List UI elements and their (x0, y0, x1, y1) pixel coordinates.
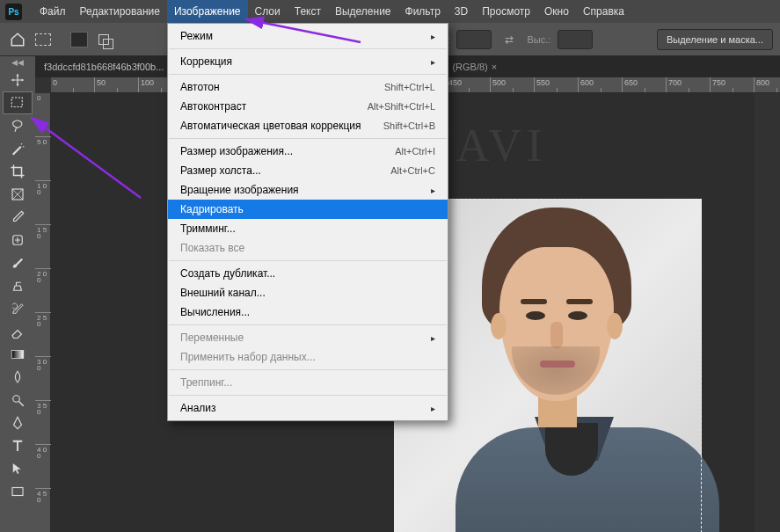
left-toolbar: ◀◀ (0, 56, 35, 532)
toolbar-toggle-icon[interactable]: ◀◀ (11, 58, 24, 67)
marquee-indicator-icon (35, 33, 51, 46)
menu-окно[interactable]: Окно (537, 0, 576, 23)
select-and-mask-button[interactable]: Выделение и маска... (657, 29, 773, 50)
dodge-tool[interactable] (3, 389, 33, 412)
menu-текст[interactable]: Текст (288, 0, 328, 23)
menu-item-применить-набор-данных-: Применить набор данных... (168, 347, 448, 367)
svg-rect-7 (12, 488, 23, 496)
add-selection-icon[interactable] (95, 32, 113, 47)
menu-item-вычисления-[interactable]: Вычисления... (168, 302, 448, 322)
width-input[interactable] (456, 30, 492, 49)
eraser-tool[interactable] (3, 320, 33, 343)
menu-item-режим[interactable]: Режим (168, 26, 448, 46)
subtract-selection-icon[interactable] (120, 29, 137, 50)
menu-item-коррекция[interactable]: Коррекция (168, 52, 448, 71)
menu-item-треппинг-: Треппинг... (168, 373, 448, 392)
menu-item-тримминг-[interactable]: Тримминг... (168, 219, 448, 238)
svg-point-6 (13, 396, 20, 403)
height-label: Выс.: (527, 34, 550, 45)
menu-item-анализ[interactable]: Анализ (168, 398, 448, 418)
history-brush-tool[interactable] (3, 297, 33, 320)
menu-item-создать-дубликат-[interactable]: Создать дубликат... (168, 264, 448, 283)
swap-icon[interactable]: ⇄ (499, 29, 520, 50)
menu-файл[interactable]: Файл (33, 0, 73, 23)
menu-item-автоматическая-цветовая-коррекция[interactable]: Автоматическая цветовая коррекцияShift+C… (168, 116, 448, 135)
menu-выделение[interactable]: Выделение (328, 0, 398, 23)
crop-tool[interactable] (3, 160, 33, 183)
svg-point-1 (21, 143, 23, 145)
path-selection-tool[interactable] (3, 457, 33, 480)
lasso-tool[interactable] (3, 114, 33, 137)
document-tab[interactable]: f3ddccfd81b668f46b3f00b... (37, 62, 171, 72)
menu-фильтр[interactable]: Фильтр (398, 0, 448, 23)
magic-wand-tool[interactable] (3, 137, 33, 160)
menu-item-автоконтраст[interactable]: АвтоконтрастAlt+Shift+Ctrl+L (168, 97, 448, 116)
menu-item-внешний-канал-[interactable]: Внешний канал... (168, 283, 448, 302)
menu-item-размер-холста-[interactable]: Размер холста...Alt+Ctrl+C (168, 161, 448, 180)
gradient-tool[interactable] (3, 343, 33, 366)
menu-3d[interactable]: 3D (448, 0, 475, 23)
app-logo-text: Ps (8, 7, 18, 17)
healing-brush-tool[interactable] (3, 229, 33, 251)
menu-item-вращение-изображения[interactable]: Вращение изображения (168, 180, 448, 200)
svg-rect-0 (11, 98, 22, 107)
marquee-tool[interactable] (3, 91, 33, 114)
image-menu-dropdown: РежимКоррекцияАвтотонShift+Ctrl+LАвтокон… (167, 23, 448, 421)
menubar: Ps ФайлРедактированиеИзображениеСлоиТекс… (0, 0, 780, 23)
app-logo: Ps (5, 4, 22, 20)
svg-point-2 (23, 146, 25, 148)
blur-tool[interactable] (3, 366, 33, 389)
move-tool[interactable] (3, 69, 33, 91)
menu-просмотр[interactable]: Просмотр (475, 0, 537, 23)
type-tool[interactable] (3, 434, 33, 457)
menu-item-кадрировать[interactable]: Кадрировать (168, 200, 448, 219)
document-color-mode: (RGB/8) (452, 62, 487, 72)
new-selection-icon[interactable] (70, 32, 88, 47)
pen-tool[interactable] (3, 412, 33, 434)
frame-tool[interactable] (3, 183, 33, 206)
svg-rect-5 (11, 351, 24, 359)
eyedropper-tool[interactable] (3, 206, 33, 229)
menu-item-показать-все: Показать все (168, 238, 448, 258)
menu-слои[interactable]: Слои (248, 0, 288, 23)
menu-item-переменные: Переменные (168, 328, 448, 347)
intersect-selection-icon[interactable] (144, 29, 162, 50)
menu-справка[interactable]: Справка (576, 0, 631, 23)
menu-item-автотон[interactable]: АвтотонShift+Ctrl+L (168, 77, 448, 97)
height-input[interactable] (558, 30, 593, 49)
menu-редактирование[interactable]: Редактирование (73, 0, 167, 23)
clone-stamp-tool[interactable] (3, 274, 33, 297)
menu-изображение[interactable]: Изображение (167, 0, 248, 23)
rectangle-tool[interactable] (3, 480, 33, 503)
close-tab-icon[interactable]: × (492, 62, 497, 72)
home-icon[interactable] (7, 29, 28, 50)
vertical-ruler: 05 01 0 01 5 02 0 02 5 03 0 03 5 04 0 04… (35, 93, 51, 532)
brush-tool[interactable] (3, 251, 33, 274)
menu-item-размер-изображения-[interactable]: Размер изображения...Alt+Ctrl+I (168, 142, 448, 161)
